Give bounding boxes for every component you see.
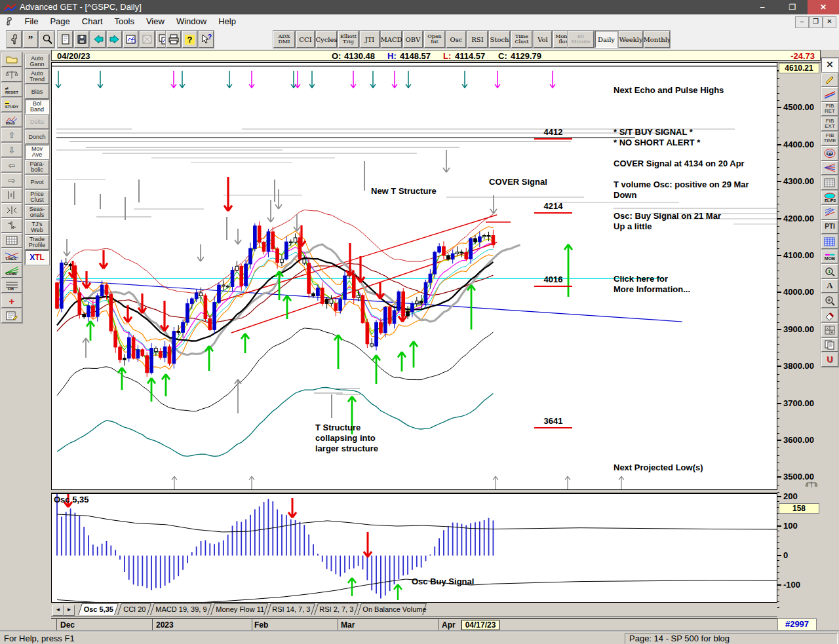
indicator-adx-dmi-button[interactable]: ADXDMI xyxy=(273,31,295,48)
menu-window[interactable]: Window xyxy=(170,14,212,28)
copy-pages-icon[interactable] xyxy=(821,338,838,352)
parallel-lines-icon[interactable] xyxy=(821,87,838,102)
study-donch-button[interactable]: Donch xyxy=(25,130,49,144)
text-tool-button[interactable]: A xyxy=(821,279,838,294)
fit-bars-button[interactable] xyxy=(1,218,22,233)
tab-osc-5-35[interactable]: Osc 5,35 xyxy=(78,603,119,615)
study-delta-button[interactable]: Delta xyxy=(25,115,49,129)
fib-circle-button[interactable]: FIB xyxy=(821,146,838,161)
menu-view[interactable]: View xyxy=(140,14,170,28)
help-icon[interactable]: ? xyxy=(182,31,197,48)
indicator-obv-button[interactable]: OBV xyxy=(403,31,423,48)
study-para-bolic-button[interactable]: Para-bolic xyxy=(25,160,49,174)
oscillator-panel[interactable]: Osc Buy Signal xyxy=(51,493,777,603)
lines-button[interactable]: LINES xyxy=(1,248,22,263)
tab-on-balance-volume[interactable]: On Balance Volume xyxy=(357,603,427,615)
study-tj-s-web-button[interactable]: TJ'sWeb xyxy=(25,220,49,235)
mob-button[interactable]: ▬▬MOB xyxy=(821,250,838,264)
tab-rsi-14-7-3[interactable]: RSI 14, 7, 3 xyxy=(267,603,315,615)
quote-icon[interactable]: ” xyxy=(23,31,38,48)
find-bar-icon[interactable]: 1 xyxy=(821,264,838,278)
period-weekly-button[interactable]: Weekly xyxy=(619,31,643,48)
scale-mode-icon[interactable] xyxy=(804,480,819,489)
grid-disabled-icon[interactable] xyxy=(140,31,155,48)
properties-button[interactable] xyxy=(1,309,22,323)
title-bar[interactable]: Advanced GET - [^GSPC, Daily] – ❐ ✕ xyxy=(0,0,839,14)
tab-macd-19-39-9[interactable]: MACD 19, 39, 9 xyxy=(150,603,212,615)
close-button[interactable]: ✕ xyxy=(808,0,839,14)
fib-extension-button[interactable]: FIBEXT xyxy=(821,117,838,131)
tab-money-flow-11[interactable]: Money Flow 11 xyxy=(210,603,268,615)
chart-options-icon[interactable] xyxy=(123,31,138,48)
minimize-button[interactable]: – xyxy=(747,0,777,14)
tab-cci-20[interactable]: CCI 20 xyxy=(117,603,151,615)
indicator-stoch-button[interactable]: Stoch xyxy=(489,31,510,48)
tab-scroll-left-button[interactable]: ◄ xyxy=(52,605,64,616)
menu-chart[interactable]: Chart xyxy=(76,14,109,28)
date-axis[interactable]: Dec2023FebMarApr04/17/23 xyxy=(51,618,777,630)
indicator-jti-button[interactable]: JTI xyxy=(360,31,380,48)
arrow-left-button[interactable]: ⇦ xyxy=(1,158,22,172)
context-help-icon[interactable]: ? xyxy=(199,31,214,48)
period-daily-button[interactable]: Daily xyxy=(595,31,617,48)
indicator-osc-button[interactable]: Osc xyxy=(446,31,466,48)
scales-button[interactable] xyxy=(1,67,22,82)
ellipse-button[interactable]: ELiPS xyxy=(821,191,838,205)
indicator-time-clust-button[interactable]: TimeClust xyxy=(511,31,532,48)
fib-time-button[interactable]: FIBTIME xyxy=(821,132,838,146)
pencil-icon[interactable] xyxy=(821,73,838,87)
grid-icon[interactable] xyxy=(821,176,838,190)
study-seas-onals-button[interactable]: Seas-onals xyxy=(25,205,49,219)
save-icon[interactable] xyxy=(74,31,89,48)
study-bol-band-button[interactable]: BolBand xyxy=(25,100,49,114)
price-axis[interactable]: 4600.004500.004400.004300.004200.004100.… xyxy=(777,62,821,490)
mdi-restore-button[interactable]: ❐ xyxy=(809,16,823,28)
mdi-minimize-button[interactable]: – xyxy=(795,16,809,28)
pti-button[interactable]: PTI xyxy=(821,220,838,235)
period-monthly-button[interactable]: Monthly xyxy=(644,31,670,48)
study-xtl-button[interactable]: XTL xyxy=(25,250,49,265)
indicator-open-int-button[interactable]: OpenInt xyxy=(424,31,445,48)
indicator-vol-button[interactable]: Vol xyxy=(534,31,552,48)
expand-bars-button[interactable] xyxy=(1,203,22,218)
price-chart-panel[interactable]: Next Echo and Pulse Highs* S/T BUY SIGNA… xyxy=(51,62,777,490)
arrow-right-button[interactable]: ⇨ xyxy=(1,173,22,187)
fan-lines-icon[interactable] xyxy=(821,161,838,176)
gann-button[interactable]: GANN xyxy=(1,263,22,278)
compress-bars-button[interactable] xyxy=(1,188,22,202)
menu-file[interactable]: File xyxy=(18,14,44,28)
study-mov-ave-button[interactable]: MovAve xyxy=(25,145,49,159)
zoom-in-icon[interactable] xyxy=(821,294,838,308)
pin-icon[interactable] xyxy=(7,31,22,48)
elliott-button[interactable]: Elliott xyxy=(1,113,22,127)
study-auto-trend-button[interactable]: AutoTrend xyxy=(25,69,49,84)
indicator-macd-button[interactable]: MACD xyxy=(381,31,402,48)
indicator-elliott-trig-button[interactable]: ElliottTrig xyxy=(338,31,359,48)
print-icon[interactable] xyxy=(166,31,181,48)
open-folder-button[interactable] xyxy=(1,52,22,67)
arrow-down-button[interactable]: ⇩ xyxy=(1,143,22,157)
close-x-icon[interactable]: ✕ xyxy=(821,58,838,72)
fib-button[interactable]: FIB xyxy=(1,278,22,293)
study-price-clust-button[interactable]: PriceClust xyxy=(25,190,49,204)
period-60-minute-button[interactable]: 60Minute xyxy=(568,31,594,48)
oscillator-canvas[interactable]: Osc Buy Signal xyxy=(52,494,777,602)
study-auto-gann-button[interactable]: AutoGann xyxy=(25,54,49,69)
eraser-icon[interactable] xyxy=(821,309,838,323)
magnet-button[interactable]: U xyxy=(821,352,838,367)
oscillator-axis[interactable]: 2001000-100158 xyxy=(777,493,821,616)
prev-page-icon[interactable] xyxy=(90,31,106,48)
tab-rsi-2-7-3[interactable]: RSI 2, 7, 3 xyxy=(314,603,359,615)
grid-button[interactable] xyxy=(1,233,22,248)
menu-help[interactable]: Help xyxy=(212,14,242,28)
fib-retracement-button[interactable]: FIBRET xyxy=(821,102,838,117)
restore-button[interactable]: ❐ xyxy=(777,0,808,14)
pitchfork-icon[interactable] xyxy=(821,205,838,219)
indicator-cycles-button[interactable]: Cycles xyxy=(316,31,337,48)
price-chart-canvas[interactable]: Next Echo and Pulse Highs* S/T BUY SIGNA… xyxy=(52,63,777,489)
blue-grid-icon[interactable] xyxy=(821,235,838,249)
tab-scroll-right-button[interactable]: ► xyxy=(64,605,75,616)
menu-page[interactable]: Page xyxy=(44,14,75,28)
indicator-rsi-button[interactable]: RSI xyxy=(467,31,488,48)
study-pivot-button[interactable]: Pivot xyxy=(25,175,49,189)
